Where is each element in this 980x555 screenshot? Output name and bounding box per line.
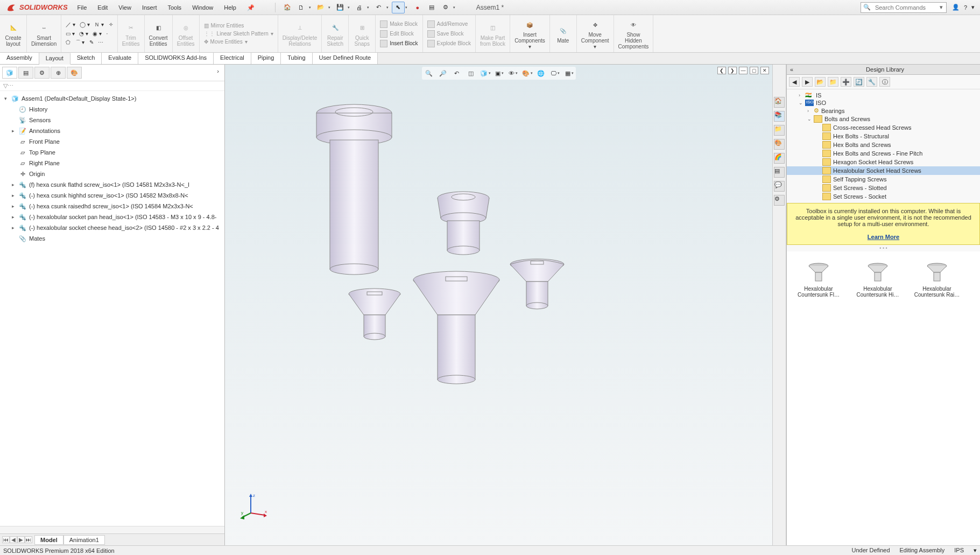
tab-model[interactable]: Model bbox=[34, 535, 64, 545]
convert-entities-button[interactable]: ◧Convert Entities bbox=[145, 15, 173, 52]
display-manager-tab[interactable]: 🎨 bbox=[67, 67, 82, 79]
rebuild-icon[interactable]: ● bbox=[411, 2, 424, 13]
lib-node[interactable]: ›🇮🇳IS bbox=[787, 92, 980, 99]
print-icon[interactable]: 🖨 bbox=[353, 2, 366, 13]
smart-dimension-button[interactable]: ↔Smart Dimension bbox=[27, 15, 61, 52]
line-tool[interactable]: ／ ▾ ◯ ▾ Ｎ ▾ ✧ bbox=[65, 20, 114, 29]
view-settings-icon[interactable]: 🖵 bbox=[549, 68, 561, 79]
tree-item[interactable]: ✛Origin bbox=[0, 168, 224, 179]
insert-block[interactable]: Insert Block bbox=[379, 39, 419, 48]
lib-node[interactable]: Set Screws - Slotted bbox=[787, 184, 980, 192]
search-input[interactable] bbox=[873, 4, 937, 11]
feature-tree-tab[interactable]: 🧊 bbox=[2, 67, 17, 79]
status-dropdown-icon[interactable]: ▾ bbox=[974, 547, 977, 554]
status-units[interactable]: IPS bbox=[954, 547, 964, 554]
lib-node[interactable]: Self Tapping Screws bbox=[787, 175, 980, 184]
section-view-icon[interactable]: ◫ bbox=[465, 68, 477, 79]
nav-prev[interactable]: ◀ bbox=[10, 536, 17, 543]
view-settings2-icon[interactable]: ▦ bbox=[563, 68, 575, 79]
tree-item[interactable]: ▱Top Plane bbox=[0, 147, 224, 158]
zoom-fit-icon[interactable]: 🔍 bbox=[423, 68, 435, 79]
tree-item[interactable]: ▸🔩(-) hexa csunk raisedhd screw_iso<1> (… bbox=[0, 201, 224, 212]
win-min-icon[interactable]: — bbox=[739, 67, 748, 74]
pin-icon[interactable]: 📌 bbox=[242, 0, 260, 15]
tree-item[interactable]: ▸🔩(-) hexalobular socket cheese head_iso… bbox=[0, 222, 224, 233]
toolbox-icon[interactable]: 🔧 bbox=[866, 77, 877, 87]
new-icon[interactable]: 🗋 bbox=[295, 2, 308, 13]
open-icon[interactable]: 📂 bbox=[314, 2, 327, 13]
new-folder-icon[interactable]: 📁 bbox=[828, 77, 838, 87]
lib-node[interactable]: Hex Bolts and Screws - Fine Pitch bbox=[787, 149, 980, 158]
help-icon[interactable]: ? bbox=[964, 4, 967, 11]
dimxpert-tab[interactable]: ⊕ bbox=[51, 67, 66, 79]
help-dropdown-icon[interactable]: ▾ bbox=[971, 4, 975, 11]
cmdtab-electrical[interactable]: Electrical bbox=[214, 53, 251, 64]
library-thumb[interactable]: Hexalobular Countersunk Rai… bbox=[913, 259, 961, 538]
graphics-viewport[interactable]: 🔍 🔎 ↶ ◫ 🧊 ▣ 👁 🎨 🌐 🖵 ▦ ❮ ❯ — ▢ ✕ bbox=[225, 65, 772, 545]
info-icon[interactable]: ⓘ bbox=[879, 77, 890, 87]
mate-button[interactable]: 📎Mate bbox=[550, 15, 577, 52]
menu-help[interactable]: Help bbox=[218, 0, 242, 15]
zoom-area-icon[interactable]: 🔎 bbox=[437, 68, 449, 79]
lib-node[interactable]: Cross-recessed Head Screws bbox=[787, 123, 980, 132]
home-tab-icon[interactable]: 🏠 bbox=[774, 97, 785, 108]
cmdtab-user-defined-route[interactable]: User Defined Route bbox=[313, 53, 378, 64]
splitter-handle[interactable]: • • • bbox=[787, 245, 980, 251]
hide-show-icon[interactable]: 👁 bbox=[507, 68, 519, 79]
menu-insert[interactable]: Insert bbox=[137, 0, 163, 15]
lib-node[interactable]: ⌄ISOISO bbox=[787, 99, 980, 107]
forum-tab-icon[interactable]: 💬 bbox=[774, 181, 785, 192]
lib-node[interactable]: ⌄Bolts and Screws bbox=[787, 115, 980, 123]
tree-item[interactable]: 🕘History bbox=[0, 104, 224, 115]
appearances-tab-icon[interactable]: 🌈 bbox=[774, 153, 785, 164]
show-hidden-button[interactable]: 👁Show Hidden Components bbox=[614, 15, 654, 52]
property-manager-tab[interactable]: ▤ bbox=[18, 67, 33, 79]
tree-item[interactable]: ▸🔩(-) hexa csunk highhd screw_iso<1> (IS… bbox=[0, 190, 224, 201]
lib-node[interactable]: Hexagon Socket Head Screws bbox=[787, 158, 980, 166]
horizontal-scrollbar[interactable] bbox=[0, 526, 224, 533]
library-thumb[interactable]: Hexalobular Countersunk Hi… bbox=[854, 259, 902, 538]
menu-tools[interactable]: Tools bbox=[162, 0, 187, 15]
cmdtab-layout[interactable]: Layout bbox=[39, 53, 70, 65]
appearance-icon[interactable]: 🎨 bbox=[521, 68, 533, 79]
file-explorer-tab-icon[interactable]: 📁 bbox=[774, 125, 785, 136]
lib-node[interactable]: Set Screws - Socket bbox=[787, 192, 980, 201]
tree-item[interactable]: ▱Right Plane bbox=[0, 158, 224, 168]
save-icon[interactable]: 💾 bbox=[334, 2, 347, 13]
learn-more-link[interactable]: Learn More bbox=[868, 234, 899, 240]
user-icon[interactable]: 👤 bbox=[952, 4, 960, 11]
move-component-button[interactable]: ✥Move Component▾ bbox=[577, 15, 614, 52]
custom-props-tab-icon[interactable]: ▤ bbox=[774, 167, 785, 178]
cmdtab-tubing[interactable]: Tubing bbox=[281, 53, 312, 64]
menu-file[interactable]: File bbox=[72, 0, 93, 15]
lib-node[interactable]: ›⚙Bearings bbox=[787, 107, 980, 115]
menu-view[interactable]: View bbox=[113, 0, 137, 15]
tree-item[interactable]: 📎Mates bbox=[0, 233, 224, 244]
insert-components-button[interactable]: 📦Insert Components▾ bbox=[510, 15, 550, 52]
back-icon[interactable]: ◀ bbox=[789, 77, 800, 87]
cmdtab-piping[interactable]: Piping bbox=[251, 53, 281, 64]
nav-last[interactable]: ⏭ bbox=[25, 536, 32, 543]
lib-node[interactable]: Hex Bolts - Structural bbox=[787, 132, 980, 140]
library-thumb[interactable]: Hexalobular Countersunk Fl… bbox=[794, 259, 843, 538]
extra-tab-icon[interactable]: ⚙ bbox=[774, 195, 785, 206]
panel-expand-icon[interactable]: › bbox=[214, 67, 222, 79]
tree-item[interactable]: ▸🔩(-) hexalobular socket pan head_iso<1>… bbox=[0, 212, 224, 222]
cmdtab-sketch[interactable]: Sketch bbox=[70, 53, 102, 64]
filter-row[interactable]: ▽⋯ bbox=[0, 81, 224, 91]
tree-item[interactable]: ▱Front Plane bbox=[0, 136, 224, 147]
rect-tool[interactable]: ▭ ▾ ◔ ▾ ◉ ▾ · bbox=[65, 30, 114, 37]
menu-edit[interactable]: Edit bbox=[92, 0, 113, 15]
undo-icon[interactable]: ↶ bbox=[372, 2, 385, 13]
poly-tool[interactable]: ⬠ ⌒ ▾ ✎ ⋯ bbox=[65, 38, 114, 47]
win-prev-icon[interactable]: ❮ bbox=[717, 67, 726, 74]
add-file-loc-icon[interactable]: 📂 bbox=[815, 77, 826, 87]
home-icon[interactable]: 🏠 bbox=[281, 2, 294, 13]
win-max-icon[interactable]: ▢ bbox=[750, 67, 758, 74]
options-list-icon[interactable]: ▤ bbox=[425, 2, 438, 13]
cmdtab-evaluate[interactable]: Evaluate bbox=[102, 53, 138, 64]
view-orient-icon[interactable]: 🧊 bbox=[479, 68, 491, 79]
scene-icon[interactable]: 🌐 bbox=[535, 68, 547, 79]
add-to-lib-icon[interactable]: ➕ bbox=[841, 77, 851, 87]
tab-animation[interactable]: Animation1 bbox=[64, 535, 105, 545]
